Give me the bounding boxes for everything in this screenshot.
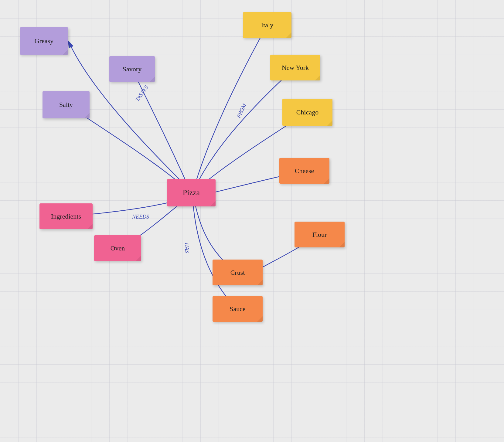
node-savory[interactable]: Savory bbox=[109, 56, 155, 82]
node-crust[interactable]: Crust bbox=[213, 260, 263, 285]
node-pizza[interactable]: Pizza bbox=[167, 179, 216, 206]
from-label: FROM bbox=[235, 102, 247, 119]
node-cheese[interactable]: Cheese bbox=[279, 158, 329, 184]
node-greasy[interactable]: Greasy bbox=[20, 27, 68, 55]
node-chicago[interactable]: Chicago bbox=[282, 99, 332, 126]
node-sauce[interactable]: Sauce bbox=[213, 296, 263, 322]
node-newyork[interactable]: New York bbox=[270, 55, 320, 80]
canvas: TASTES FROM NEEDS HAS Pizza Greasy bbox=[0, 0, 504, 442]
node-flour[interactable]: Flour bbox=[295, 222, 345, 247]
node-oven[interactable]: Oven bbox=[94, 235, 141, 261]
has-label: HAS bbox=[184, 243, 190, 253]
node-salty[interactable]: Salty bbox=[43, 91, 90, 118]
needs-label: NEEDS bbox=[132, 214, 149, 220]
node-italy[interactable]: Italy bbox=[243, 12, 291, 38]
tastes-label: TASTES bbox=[134, 84, 149, 103]
node-ingredients[interactable]: Ingredients bbox=[39, 203, 93, 229]
